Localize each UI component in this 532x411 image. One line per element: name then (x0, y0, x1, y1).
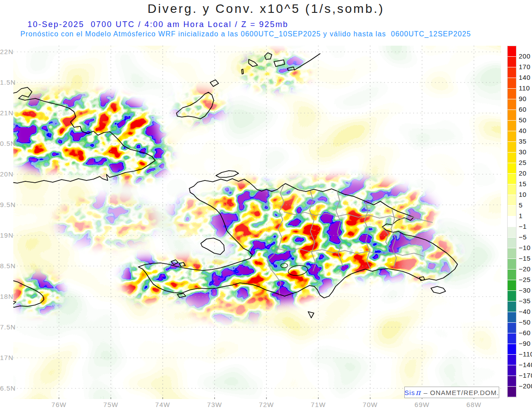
colorbar-tick-label: 35 (519, 137, 532, 145)
watermark-box: Sisπ – ONAMET/REP.DOM. (404, 387, 499, 398)
colorbar-tick-label: −1 (519, 223, 532, 230)
weather-map-page: Diverg. y Conv. x10^5 (1/s,somb.) 10-Sep… (0, 0, 532, 411)
lat-tick-label: 18N (0, 293, 13, 300)
colorbar-cell (508, 238, 516, 248)
colorbar-tick-label: −15 (519, 254, 532, 262)
colorbar-cell (508, 248, 516, 259)
colorbar-tick-label: 40 (519, 127, 532, 134)
colorbar-tick-label: −30 (519, 286, 532, 294)
colorbar-tick-label: 10 (519, 191, 532, 198)
colorbar-cell (508, 344, 516, 355)
colorbar-cell (508, 78, 516, 89)
colorbar-tick-label: 170 (519, 63, 532, 70)
colorbar-cell (508, 99, 516, 110)
colorbar-tick-label: 30 (519, 148, 532, 156)
colorbar-cell (508, 163, 516, 174)
lon-tick-label: 73W (201, 401, 228, 408)
colorbar (507, 46, 516, 398)
lon-tick-label: 68W (461, 401, 487, 408)
colorbar-cell (508, 121, 516, 131)
page-title: Diverg. y Conv. x10^5 (1/s,somb.) (0, 2, 532, 16)
colorbar-cell (508, 195, 516, 206)
lon-tick-label: 76W (46, 401, 72, 408)
colorbar-tick-label: −140 (519, 361, 532, 368)
colorbar-cell (508, 131, 516, 142)
watermark-org: – ONAMET/REP.DOM. (421, 389, 499, 396)
lat-tick-label: 19N (0, 231, 13, 239)
colorbar-cell (508, 376, 516, 387)
pi-symbol: π (415, 388, 421, 397)
colorbar-cell (508, 291, 516, 301)
colorbar-tick-label: 1 (519, 212, 532, 219)
colorbar-tick-label: −20 (519, 265, 532, 273)
colorbar-cell (508, 184, 516, 195)
colorbar-tick-label: −60 (519, 329, 532, 337)
colorbar-tick-label: 50 (519, 116, 532, 124)
colorbar-tick-label: −40 (519, 308, 532, 315)
colorbar-cell (508, 227, 516, 238)
colorbar-tick-label: 110 (519, 84, 532, 92)
colorbar-cell (508, 216, 516, 227)
colorbar-cell (508, 270, 516, 280)
colorbar-cell (508, 142, 516, 153)
colorbar-cell (508, 301, 516, 312)
lat-tick-label: 20N (0, 170, 13, 178)
colorbar-tick-label: −35 (519, 297, 532, 305)
lat-tick-label: 6.5N (0, 384, 13, 392)
sispi-logo: Sis (404, 389, 415, 396)
colorbar-tick-label: −10 (519, 244, 532, 251)
lon-tick-label: 75W (98, 401, 124, 408)
colorbar-cell (508, 174, 516, 184)
colorbar-cell (508, 110, 516, 121)
colorbar-cell (508, 46, 516, 57)
colorbar-tick-label: 90 (519, 95, 532, 102)
lat-tick-label: 22N (0, 48, 13, 55)
colorbar-tick-label: −5 (519, 233, 532, 241)
lat-tick-label: 1.5N (0, 78, 13, 86)
lon-tick-label: 70W (357, 401, 383, 408)
divergence-field-land (0, 0, 532, 411)
lat-tick-label: 17N (0, 354, 13, 361)
colorbar-cell (508, 312, 516, 323)
lon-tick-label: 71W (305, 401, 332, 408)
lon-tick-label: 69W (409, 401, 435, 408)
colorbar-cell (508, 280, 516, 291)
lon-tick-label: 72W (253, 401, 280, 408)
colorbar-tick-label: 15 (519, 180, 532, 188)
model-init-line: Pronóstico con el Modelo Atmósferico WRF… (20, 30, 471, 38)
colorbar-tick-label: −170 (519, 372, 532, 379)
colorbar-cell (508, 355, 516, 365)
lat-tick-label: 7.5N (0, 323, 13, 331)
colorbar-cell (508, 89, 516, 99)
colorbar-cell (508, 57, 516, 67)
colorbar-tick-label: 200 (519, 52, 532, 60)
colorbar-tick-label: −200 (519, 382, 532, 390)
colorbar-tick-label: 25 (519, 159, 532, 166)
colorbar-cell (508, 206, 516, 216)
colorbar-tick-label: 60 (519, 106, 532, 113)
lat-tick-label: 0.5N (0, 140, 13, 147)
colorbar-cell (508, 153, 516, 163)
colorbar-tick-label: −90 (519, 340, 532, 347)
colorbar-tick-label: 20 (519, 169, 532, 177)
colorbar-cell (508, 259, 516, 270)
valid-time-line: 10-Sep-2025 0700 UTC / 4:00 am Hora Loca… (27, 20, 289, 29)
colorbar-cell (508, 333, 516, 344)
lon-tick-label: 74W (149, 401, 176, 408)
colorbar-cell (508, 323, 516, 333)
colorbar-cell (508, 365, 516, 376)
colorbar-cell (508, 387, 516, 397)
colorbar-tick-label: 140 (519, 74, 532, 81)
colorbar-tick-label: 5 (519, 201, 532, 209)
colorbar-cell (508, 67, 516, 78)
lat-tick-label: 8.5N (0, 262, 13, 270)
colorbar-tick-label: −110 (519, 350, 532, 358)
colorbar-tick-label: −25 (519, 276, 532, 283)
map-canvas (0, 0, 532, 411)
lat-tick-label: 21N (0, 109, 13, 117)
lat-tick-label: 9.5N (0, 201, 13, 208)
colorbar-tick-label: −50 (519, 318, 532, 326)
